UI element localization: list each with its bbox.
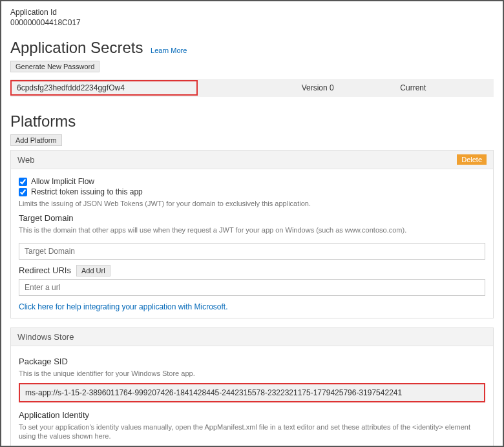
add-platform-button[interactable]: Add Platform: [10, 134, 62, 146]
package-sid-label: Package SID: [19, 357, 485, 366]
restrict-token-checkbox[interactable]: [19, 188, 27, 196]
redirect-uris-label: Redirect URIs: [19, 265, 71, 275]
app-identity-label: Application Identity: [19, 410, 485, 420]
restrict-token-label: Restrict token issuing to this app: [31, 187, 143, 196]
web-panel-header: Web Delete: [11, 151, 493, 169]
target-domain-label: Target Domain: [19, 213, 485, 223]
platforms-title: Platforms: [10, 112, 76, 130]
integration-help-link[interactable]: Click here for help integrating your app…: [19, 302, 227, 311]
package-sid-help: This is the unique identifier for your W…: [19, 369, 485, 378]
web-panel: Web Delete Allow Implicit Flow Restrict …: [10, 150, 494, 318]
secret-status: Current: [395, 83, 494, 92]
app-id-value: 000000004418C017: [10, 18, 494, 27]
app-identity-help: To set your application's identity value…: [19, 422, 485, 441]
windows-store-panel: Windows Store Package SID This is the un…: [10, 327, 494, 447]
restrict-token-row[interactable]: Restrict token issuing to this app: [19, 187, 485, 196]
target-domain-input[interactable]: [19, 243, 485, 260]
redirect-url-input[interactable]: [19, 279, 485, 296]
restrict-token-help: Limits the issuing of JSON Web Tokens (J…: [19, 199, 485, 208]
generate-password-button[interactable]: Generate New Password: [10, 61, 100, 72]
secret-version: Version 0: [297, 83, 395, 92]
implicit-flow-row[interactable]: Allow Implicit Flow: [19, 177, 485, 186]
package-sid-value: ms-app://s-1-15-2-3896011764-999207426-1…: [19, 383, 485, 402]
implicit-flow-checkbox[interactable]: [19, 178, 27, 186]
app-id-label: Application Id: [10, 8, 494, 17]
web-header-label: Web: [17, 155, 35, 165]
target-domain-help: This is the domain that other apps will …: [19, 225, 485, 234]
secret-value: 6cpdsfg23hedfddd2234ggfOw4: [10, 80, 198, 96]
implicit-flow-label: Allow Implicit Flow: [31, 177, 94, 186]
delete-web-button[interactable]: Delete: [457, 154, 487, 165]
windows-store-header-label: Windows Store: [17, 332, 74, 342]
learn-more-link[interactable]: Learn More: [151, 47, 187, 54]
windows-store-header: Windows Store: [11, 328, 493, 346]
secrets-title: Application Secrets: [10, 39, 143, 57]
add-url-button[interactable]: Add Url: [76, 265, 110, 276]
secret-row: 6cpdsfg23hedfddd2234ggfOw4 Version 0 Cur…: [10, 79, 494, 97]
